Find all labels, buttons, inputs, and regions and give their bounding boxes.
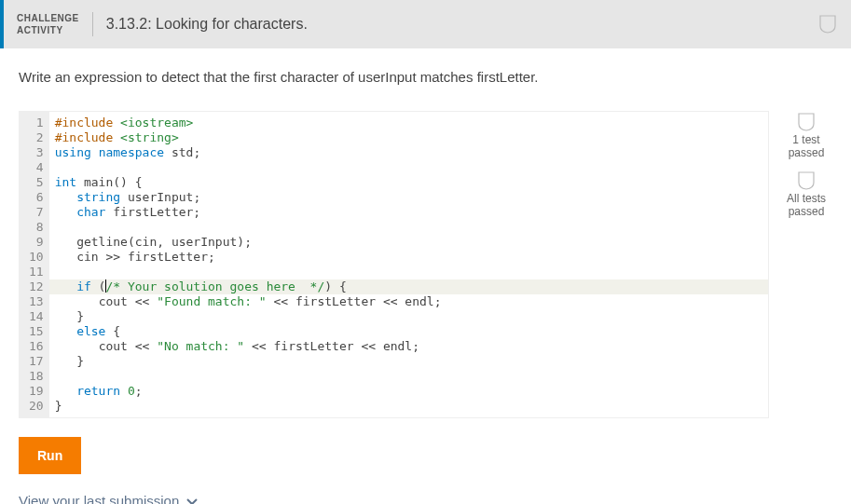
line-number: 1 <box>29 116 44 130</box>
line-number: 13 <box>29 294 44 309</box>
line-number: 11 <box>29 265 44 279</box>
shield-icon <box>798 113 815 131</box>
activity-title: 3.13.2: Looking for characters. <box>106 16 819 33</box>
activity-header: CHALLENGE ACTIVITY 3.13.2: Looking for c… <box>0 0 851 48</box>
activity-label-line2: ACTIVITY <box>17 24 79 36</box>
prompt-text: Write an expression to detect that the f… <box>19 69 832 85</box>
line-number: 17 <box>29 354 44 369</box>
highlighted-line[interactable]: if (/* Your solution goes here */) { <box>49 279 768 294</box>
activity-content: Write an expression to detect that the f… <box>0 48 851 504</box>
submission-link-text: View your last submission <box>19 493 179 504</box>
chevron-down-icon <box>186 493 198 504</box>
line-number-gutter: 1234567891011121314151617181920 <box>20 112 49 417</box>
test-status-1: 1 test passed <box>780 113 832 160</box>
test-status-2: All tests passed <box>780 171 832 219</box>
line-number: 18 <box>29 369 44 384</box>
line-number: 2 <box>29 130 44 145</box>
line-number: 6 <box>29 190 44 205</box>
line-number: 12 <box>29 279 44 294</box>
line-number: 14 <box>29 309 44 324</box>
shield-icon <box>798 171 815 190</box>
activity-type-label: CHALLENGE ACTIVITY <box>4 12 93 36</box>
line-number: 8 <box>29 220 44 235</box>
line-number: 4 <box>29 160 44 175</box>
run-button[interactable]: Run <box>19 437 81 474</box>
workspace: 1234567891011121314151617181920 #include… <box>19 111 832 418</box>
line-number: 10 <box>29 250 44 265</box>
line-number: 16 <box>29 339 44 354</box>
code-editor[interactable]: 1234567891011121314151617181920 #include… <box>19 111 769 418</box>
view-last-submission-link[interactable]: View your last submission <box>19 493 832 504</box>
status-text-1: 1 test passed <box>780 133 832 160</box>
line-number: 7 <box>29 205 44 220</box>
line-number: 5 <box>29 175 44 190</box>
status-text-2: All tests passed <box>780 192 832 219</box>
code-lines[interactable]: #include <iostream> #include <string> us… <box>49 112 768 417</box>
test-status-column: 1 test passed All tests passed <box>780 111 832 225</box>
line-number: 20 <box>29 399 44 414</box>
line-number: 15 <box>29 324 44 339</box>
activity-label-line1: CHALLENGE <box>17 12 79 24</box>
line-number: 19 <box>29 384 44 399</box>
line-number: 3 <box>29 145 44 160</box>
line-number: 9 <box>29 235 44 250</box>
shield-icon <box>819 15 836 34</box>
